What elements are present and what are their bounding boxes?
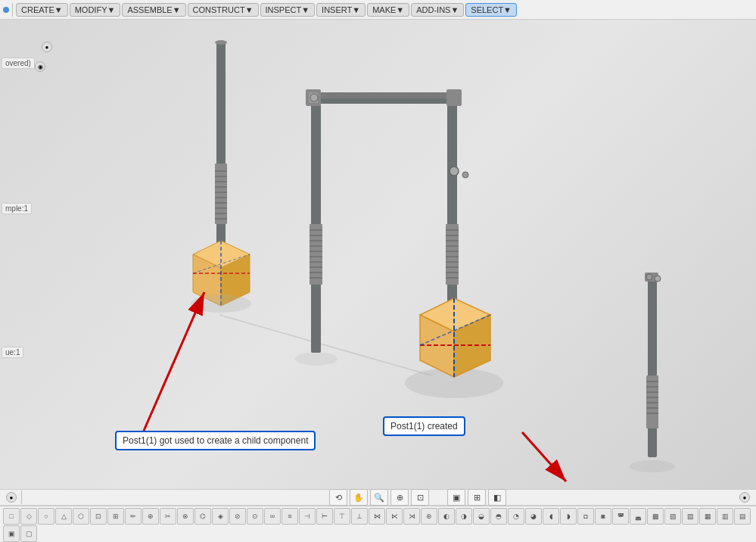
status-dot: [3, 7, 9, 13]
tool-btn-20[interactable]: ⊤: [334, 508, 350, 525]
tool-btn-45[interactable]: ▢: [20, 525, 37, 542]
view-options-button[interactable]: ◧: [488, 489, 506, 506]
tool-btn-10[interactable]: ✂: [160, 508, 176, 525]
tool-btn-8[interactable]: ✏: [125, 508, 142, 525]
create-menu[interactable]: CREATE▼: [16, 3, 68, 17]
3d-viewport[interactable]: overed) mple:1 ue:1 ● ◉: [0, 20, 756, 497]
svg-rect-46: [306, 92, 462, 98]
tool-btn-7[interactable]: ⊞: [107, 508, 124, 525]
tool-btn-30[interactable]: ◔: [508, 508, 524, 525]
tool-btn-17[interactable]: ≡: [282, 508, 298, 525]
tool-btn-29[interactable]: ◓: [490, 508, 507, 525]
assemble-menu[interactable]: ASSEMBLE▼: [122, 3, 185, 17]
tool-btn-39[interactable]: ▨: [664, 508, 681, 525]
tool-btn-35[interactable]: ◙: [595, 508, 611, 525]
tool-btn-19[interactable]: ⊢: [316, 508, 333, 525]
bottom-toolbar: □ ◇ ○ △ ⬡ ⊡ ⊞ ✏ ⊕ ✂ ⊗ ⌬ ◈ ⊘ ⊙ ∞ ≡ ⊣ ⊢ ⊤ …: [0, 506, 756, 542]
svg-rect-49: [446, 89, 462, 106]
tooltip-child-component: Post1(1) got used to create a child comp…: [115, 431, 316, 450]
nav-controls-group: ⟲ ✋ 🔍 ⊕ ⊡: [329, 489, 429, 506]
inspect-menu[interactable]: INSPECT▼: [260, 3, 316, 17]
tool-btn-42[interactable]: ▥: [717, 508, 733, 525]
tool-btn-2[interactable]: ◇: [20, 508, 37, 525]
make-menu[interactable]: MAKE▼: [367, 3, 409, 17]
status-circle-right[interactable]: ●: [739, 492, 750, 503]
tool-btn-32[interactable]: ◖: [543, 508, 559, 525]
svg-point-74: [295, 352, 338, 366]
zoom-out-button[interactable]: 🔍: [370, 489, 388, 506]
svg-rect-34: [446, 224, 459, 285]
tool-btn-25[interactable]: ⊛: [421, 508, 437, 525]
tool-btn-4[interactable]: △: [55, 508, 72, 525]
status-bar: ● ⟲ ✋ 🔍 ⊕ ⊡ ▣ ⊞ ◧ ●: [0, 489, 756, 506]
fit-button[interactable]: ⊡: [411, 489, 429, 506]
tool-btn-41[interactable]: ▦: [699, 508, 716, 525]
construct-menu[interactable]: CONSTRUCT▼: [188, 3, 259, 17]
tool-btn-33[interactable]: ◗: [560, 508, 577, 525]
tool-btn-15[interactable]: ⊙: [247, 508, 263, 525]
add-ins-menu[interactable]: ADD-INS▼: [411, 3, 464, 17]
scene-svg: [0, 20, 756, 497]
tool-btn-14[interactable]: ⊘: [229, 508, 246, 525]
tool-btn-11[interactable]: ⊗: [177, 508, 194, 525]
tool-btn-27[interactable]: ◑: [456, 508, 472, 525]
svg-point-62: [646, 274, 652, 280]
select-menu[interactable]: SELECT▼: [465, 3, 517, 17]
tool-btn-22[interactable]: ⋈: [369, 508, 385, 525]
tool-btn-23[interactable]: ⋉: [386, 508, 403, 525]
tool-btn-38[interactable]: ▩: [647, 508, 664, 525]
tool-btn-34[interactable]: ◘: [577, 508, 594, 525]
svg-rect-60: [648, 276, 657, 457]
svg-point-72: [630, 460, 675, 472]
tool-btn-5[interactable]: ⬡: [73, 508, 89, 525]
status-circle-right-wrapper: ●: [739, 492, 750, 503]
tool-btn-9[interactable]: ⊕: [142, 508, 159, 525]
status-circle-left[interactable]: ●: [6, 492, 17, 503]
svg-point-3: [215, 40, 227, 45]
zoom-in-button[interactable]: ⊕: [390, 489, 409, 506]
view-single-button[interactable]: ▣: [447, 489, 465, 506]
tool-btn-6[interactable]: ⊡: [90, 508, 107, 525]
modify-menu[interactable]: MODIFY▼: [70, 3, 121, 17]
svg-rect-64: [646, 375, 658, 428]
tool-btn-26[interactable]: ◐: [438, 508, 455, 525]
separator: [12, 3, 13, 17]
svg-point-51: [450, 167, 459, 176]
orbit-button[interactable]: ⟲: [329, 489, 347, 506]
svg-rect-4: [215, 164, 227, 224]
svg-line-77: [522, 432, 566, 481]
top-toolbar: CREATE▼ MODIFY▼ ASSEMBLE▼ CONSTRUCT▼ INS…: [0, 0, 756, 20]
separator: [21, 491, 22, 504]
tool-btn-1[interactable]: □: [3, 508, 20, 525]
view-grid-button[interactable]: ⊞: [468, 489, 486, 506]
tool-btn-43[interactable]: ▤: [734, 508, 751, 525]
tool-btn-44[interactable]: ▣: [3, 525, 20, 542]
svg-line-76: [144, 292, 204, 431]
pan-button[interactable]: ✋: [350, 489, 368, 506]
tool-btn-37[interactable]: ◛: [630, 508, 646, 525]
svg-point-50: [310, 94, 318, 101]
tool-btn-18[interactable]: ⊣: [299, 508, 316, 525]
tool-btn-16[interactable]: ∞: [264, 508, 281, 525]
tool-btn-21[interactable]: ⊥: [351, 508, 368, 525]
tool-btn-28[interactable]: ◒: [473, 508, 490, 525]
svg-line-0: [219, 315, 431, 375]
tool-btn-13[interactable]: ◈: [212, 508, 229, 525]
insert-menu[interactable]: INSERT▼: [316, 3, 366, 17]
view-mode-controls: ▣ ⊞ ◧: [447, 489, 506, 506]
svg-point-63: [655, 276, 661, 282]
svg-point-52: [462, 172, 468, 178]
tool-btn-24[interactable]: ⋊: [403, 508, 420, 525]
svg-rect-22: [310, 224, 322, 285]
tooltip-post-created: Post1(1) created: [383, 416, 465, 436]
tool-btn-12[interactable]: ⌬: [194, 508, 211, 525]
tool-btn-31[interactable]: ◕: [525, 508, 542, 525]
tool-btn-40[interactable]: ▧: [682, 508, 698, 525]
tool-btn-36[interactable]: ◚: [612, 508, 629, 525]
tool-btn-3[interactable]: ○: [38, 508, 54, 525]
